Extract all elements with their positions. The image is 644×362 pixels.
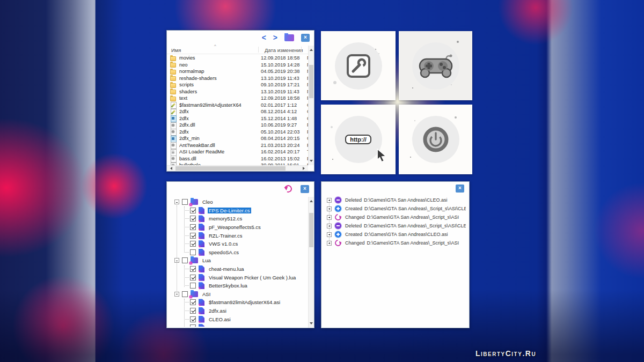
log-entry[interactable]: CreatedD:\Games\GTA San Andreas\CLEO.asi (325, 230, 466, 239)
tree-item[interactable]: Visual Weapon Picker ( Um Geek ).lua (170, 273, 307, 282)
table-row[interactable]: normalmap04.05.2019 20:38П (167, 68, 308, 75)
table-row[interactable]: movies12.09.2018 18:58П (167, 55, 308, 62)
tree-guide-line (177, 205, 177, 294)
column-header-date[interactable]: Дата изменения (265, 47, 303, 53)
tile-settings[interactable] (321, 31, 396, 100)
blue-file-icon (170, 115, 177, 121)
tree-item[interactable]: 2dfx.asi (170, 307, 307, 315)
collapse-icon[interactable] (174, 292, 179, 297)
folder-icon[interactable] (284, 34, 294, 41)
table-row[interactable]: ASI Loader ReadMe16.02.2014 20:17Т (167, 149, 308, 156)
table-row[interactable]: 2dfx08.12.2014 4:12С (167, 108, 308, 115)
scroll-down-icon[interactable] (310, 322, 313, 326)
tree-item[interactable]: $fastman92limitAdjusterX64.asi (170, 298, 307, 307)
collapse-icon[interactable] (174, 200, 179, 204)
tree-item-label: CLEO.asi (208, 316, 232, 322)
minus-icon (335, 223, 341, 229)
tree-group-cleo[interactable]: Cleo (170, 198, 307, 206)
expand-icon[interactable] (327, 215, 332, 220)
scrollbar-thumb[interactable] (309, 65, 313, 98)
table-row[interactable]: text12.09.2018 18:58П (167, 95, 308, 102)
log-entry[interactable]: ChangedD:\Games\GTA San Andreas\_Script_… (325, 239, 466, 247)
checkbox[interactable] (182, 291, 188, 297)
tree-item[interactable]: memory512.cs (170, 215, 307, 223)
checkbox[interactable] (190, 241, 196, 247)
table-row[interactable]: bass.dll16.02.2013 15:02Р (167, 156, 308, 162)
column-divider[interactable] (258, 47, 259, 53)
tree-item[interactable]: speedoSA.cs (170, 248, 307, 257)
checkbox[interactable] (190, 275, 196, 280)
expand-icon[interactable] (327, 232, 332, 237)
vertical-scrollbar[interactable] (308, 197, 314, 328)
tree-item[interactable]: RZL-Trainer.cs (170, 231, 307, 240)
scroll-up-icon[interactable] (310, 47, 313, 51)
tree-item[interactable]: cheat-menu.lua (170, 265, 307, 274)
file-date: 05.10.2014 22:03 (261, 129, 307, 135)
table-row[interactable]: scripts09.10.2019 17:21П (167, 82, 308, 88)
column-divider[interactable] (301, 47, 302, 53)
table-row[interactable]: reshade-shaders13.10.2019 11:43П (167, 75, 308, 82)
scroll-up-icon[interactable] (310, 198, 313, 202)
checkbox[interactable] (190, 233, 196, 239)
close-icon[interactable] (301, 185, 309, 193)
scrollbar-thumb[interactable] (309, 213, 313, 247)
close-icon[interactable] (301, 34, 310, 42)
table-row[interactable]: AntTweakBar.dll21.03.2013 20:24Р (167, 142, 308, 149)
scroll-down-icon[interactable] (310, 160, 313, 164)
table-row[interactable]: $fastman92limitAdjusterX6402.01.2017 1:1… (167, 102, 308, 109)
tree-item[interactable]: BetterSkybox.lua (170, 282, 307, 290)
tile-games[interactable] (399, 31, 472, 100)
close-icon[interactable] (456, 184, 464, 193)
expand-icon[interactable] (327, 198, 332, 203)
checkbox[interactable] (190, 216, 196, 221)
checkbox[interactable] (190, 308, 196, 314)
vertical-scrollbar[interactable] (308, 46, 314, 165)
collapse-icon[interactable] (174, 258, 179, 263)
horizontal-scrollbar[interactable] (167, 165, 308, 171)
checkbox[interactable] (182, 199, 188, 205)
scroll-left-icon[interactable] (169, 167, 172, 170)
table-row[interactable]: shaders13.10.2019 11:43П (167, 88, 308, 95)
table-row[interactable]: 2dfx_min08.04.2014 20:15С (167, 135, 308, 142)
expand-icon[interactable] (327, 241, 332, 246)
forward-chevron-icon[interactable]: > (273, 34, 277, 41)
tree-item[interactable]: VWS v1.0.cs (170, 240, 307, 248)
checkbox[interactable] (182, 257, 188, 263)
checkbox[interactable] (190, 208, 196, 213)
tree-item[interactable]: FPS De-Limiter.cs (170, 206, 307, 215)
checkbox[interactable] (190, 266, 196, 272)
log-entry[interactable]: DeletedD:\Games\GTA San Andreas\_Script_… (325, 221, 466, 230)
tile-web[interactable]: http:// (321, 105, 396, 174)
tree-stub (185, 218, 189, 219)
table-row[interactable]: 2dfx05.10.2014 22:03Р (167, 129, 308, 136)
table-row[interactable]: 2dfx15.12.2014 1:48С (167, 115, 308, 122)
checkbox[interactable] (190, 316, 196, 322)
expand-icon[interactable] (327, 224, 332, 228)
log-entry[interactable]: CreatedD:\Games\GTA San Andreas\_Script_… (325, 204, 466, 213)
checkbox[interactable] (190, 299, 196, 305)
checkbox[interactable] (190, 324, 196, 327)
power-icon (420, 124, 451, 155)
tree-group-lua[interactable]: Lua (170, 256, 307, 265)
expand-icon[interactable] (327, 206, 332, 211)
checkbox[interactable] (190, 283, 196, 289)
tree-item-partial[interactable] (170, 323, 307, 327)
column-header-name[interactable]: Имя (171, 47, 181, 53)
table-row[interactable]: neo15.10.2019 14:28П (167, 62, 308, 69)
tree-item[interactable]: pF_Weaponeffects5.cs (170, 223, 307, 232)
table-row[interactable]: 2dfx.dll10.06.2019 9:27Р (167, 122, 308, 129)
refresh-icon[interactable] (283, 184, 294, 194)
script-file-icon (199, 307, 204, 314)
back-chevron-icon[interactable]: < (262, 34, 266, 41)
log-entry[interactable]: ChangedD:\Games\GTA San Andreas\_Script_… (325, 213, 466, 221)
checkbox[interactable] (190, 249, 196, 255)
file-date: 15.10.2019 14:28 (261, 62, 307, 68)
file-date: 02.01.2017 1:12 (261, 102, 307, 108)
scrollbar-thumb[interactable] (175, 166, 286, 171)
tree-group-asi[interactable]: ASI (170, 290, 307, 299)
checkbox[interactable] (190, 224, 196, 230)
tree-item[interactable]: CLEO.asi (170, 315, 307, 323)
tile-power[interactable] (399, 105, 472, 174)
scroll-right-icon[interactable] (303, 167, 306, 170)
log-entry[interactable]: DeletedD:\Games\GTA San Andreas\CLEO.asi (325, 196, 466, 204)
